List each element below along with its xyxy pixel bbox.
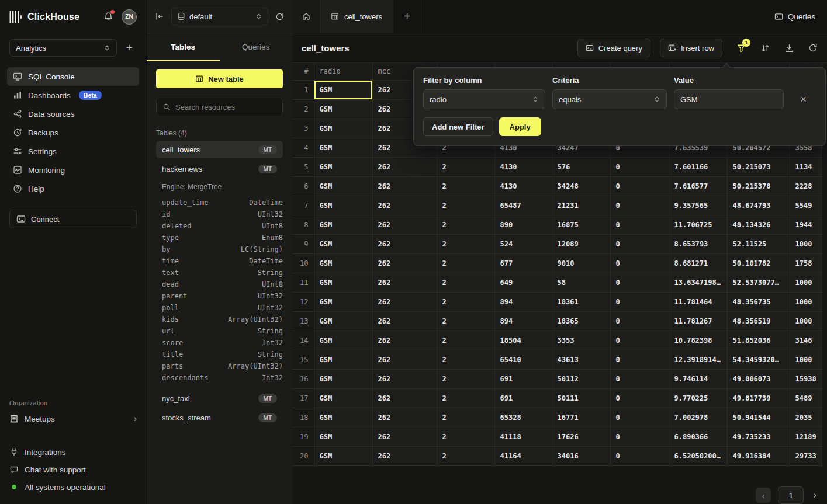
grid-cell[interactable]: 18365	[552, 311, 610, 331]
notifications-bell-icon[interactable]	[103, 12, 113, 22]
grid-cell[interactable]: GSM	[314, 138, 372, 157]
create-query-button[interactable]: Create query	[577, 39, 650, 57]
collapse-panel-icon[interactable]	[155, 12, 164, 21]
download-button[interactable]	[784, 43, 794, 53]
grid-cell[interactable]: 48.356735	[727, 292, 790, 311]
search-resources-input[interactable]	[175, 103, 278, 112]
grid-cell[interactable]: 262	[372, 427, 437, 446]
grid-cell[interactable]: 691	[494, 388, 552, 408]
grid-cell[interactable]: 65487	[494, 196, 552, 215]
grid-cell[interactable]: 12.3918914…	[669, 350, 727, 369]
grid-cell[interactable]: 51.852036	[727, 331, 790, 350]
grid-cell[interactable]: 65328	[494, 408, 552, 427]
grid-cell[interactable]: GSM	[314, 427, 372, 446]
grid-cell[interactable]: GSM	[314, 350, 372, 369]
queries-button[interactable]: Queries	[774, 12, 815, 21]
filter-value-input[interactable]	[680, 95, 777, 104]
grid-cell[interactable]: 524	[494, 234, 552, 253]
grid-cell[interactable]: 2	[437, 408, 494, 427]
grid-cell[interactable]: GSM	[314, 369, 372, 388]
filter-button[interactable]: 1	[736, 43, 746, 53]
grid-cell[interactable]: 0	[610, 350, 669, 369]
refresh-grid-button[interactable]	[808, 43, 818, 53]
next-page-button[interactable]: ›	[811, 489, 819, 501]
grid-cell[interactable]: 1758	[790, 253, 822, 273]
grid-cell[interactable]: 262	[372, 311, 437, 331]
grid-cell[interactable]: GSM	[314, 99, 372, 119]
sort-button[interactable]	[760, 43, 770, 53]
grid-cell[interactable]: 2	[437, 292, 494, 311]
apply-filter-button[interactable]: Apply	[499, 117, 541, 136]
grid-cell[interactable]: 0	[610, 311, 669, 331]
grid-cell[interactable]: 2	[437, 311, 494, 331]
grid-cell[interactable]: GSM	[314, 292, 372, 311]
grid-cell[interactable]: 13.6347198…	[669, 273, 727, 292]
grid-cell[interactable]: 262	[372, 408, 437, 427]
refresh-tables-icon[interactable]	[275, 12, 284, 21]
grid-cell[interactable]: 2228	[790, 176, 822, 196]
grid-cell[interactable]: GSM	[314, 157, 372, 176]
grid-cell[interactable]: 2	[437, 215, 494, 234]
grid-cell[interactable]: 50111	[552, 388, 610, 408]
database-selector[interactable]: default	[171, 8, 268, 25]
grid-cell[interactable]: 3353	[552, 331, 610, 350]
grid-cell[interactable]: 1000	[790, 273, 822, 292]
connect-button[interactable]: Connect	[9, 210, 137, 228]
grid-cell[interactable]: 0	[610, 427, 669, 446]
org-item-meetups[interactable]: Meetups›	[9, 409, 137, 428]
grid-cell[interactable]: 2	[437, 446, 494, 465]
grid-cell[interactable]: 1134	[790, 157, 822, 176]
grid-cell[interactable]: 65410	[494, 350, 552, 369]
grid-cell[interactable]: 894	[494, 292, 552, 311]
grid-cell[interactable]: 890	[494, 215, 552, 234]
grid-cell[interactable]: 10.782398	[669, 331, 727, 350]
grid-cell[interactable]: 7.601166	[669, 157, 727, 176]
grid-cell[interactable]: 49.806073	[727, 369, 790, 388]
grid-cell[interactable]: 7.002978	[669, 408, 727, 427]
grid-cell[interactable]: 262	[372, 196, 437, 215]
grid-cell[interactable]: 1000	[790, 311, 822, 331]
grid-cell[interactable]: 1000	[790, 350, 822, 369]
filter-column-select[interactable]: radio	[423, 89, 545, 109]
grid-cell[interactable]: 2035	[790, 408, 822, 427]
grid-cell[interactable]: 6.890366	[669, 427, 727, 446]
column-header[interactable]: radio	[314, 63, 372, 80]
grid-cell[interactable]: 11.781267	[669, 311, 727, 331]
grid-cell[interactable]: 2	[437, 196, 494, 215]
grid-cell[interactable]: 58	[552, 273, 610, 292]
grid-cell[interactable]: 2	[437, 253, 494, 273]
grid-cell[interactable]: 262	[372, 369, 437, 388]
grid-cell[interactable]: 52.5373077…	[727, 273, 790, 292]
filter-criteria-select[interactable]: equals	[552, 89, 667, 109]
grid-cell[interactable]: 21231	[552, 196, 610, 215]
grid-cell[interactable]: 262	[372, 388, 437, 408]
grid-cell[interactable]: 1944	[790, 215, 822, 234]
grid-cell[interactable]: 2	[437, 176, 494, 196]
footer-item-integrations[interactable]: Integrations	[9, 443, 137, 461]
grid-cell[interactable]: 0	[610, 157, 669, 176]
grid-cell[interactable]: GSM	[314, 388, 372, 408]
table-item-cell_towers[interactable]: cell_towersMT	[156, 141, 283, 158]
grid-cell[interactable]: 2	[437, 331, 494, 350]
grid-cell[interactable]: 0	[610, 292, 669, 311]
grid-cell[interactable]: 11.781464	[669, 292, 727, 311]
grid-cell[interactable]: GSM	[314, 196, 372, 215]
grid-cell[interactable]: 34248	[552, 176, 610, 196]
grid-cell[interactable]: 4130	[494, 176, 552, 196]
grid-cell[interactable]: 262	[372, 273, 437, 292]
home-tab[interactable]	[292, 0, 320, 33]
grid-cell[interactable]: GSM	[314, 234, 372, 253]
sidebar-item-dashboards[interactable]: DashboardsBeta	[7, 86, 139, 105]
grid-cell[interactable]: 6.52050200…	[669, 446, 727, 465]
footer-item-system-status[interactable]: All systems operational	[9, 478, 137, 496]
grid-cell[interactable]: 262	[372, 176, 437, 196]
close-filter-icon[interactable]: ×	[800, 94, 807, 105]
grid-cell[interactable]: 5489	[790, 388, 822, 408]
grid-cell[interactable]: 41118	[494, 427, 552, 446]
grid-cell[interactable]: 0	[610, 446, 669, 465]
grid-cell[interactable]: 50.101782	[727, 253, 790, 273]
grid-cell[interactable]: 0	[610, 176, 669, 196]
grid-cell[interactable]: 9.357565	[669, 196, 727, 215]
grid-cell[interactable]: 18361	[552, 292, 610, 311]
grid-cell[interactable]: 2	[437, 157, 494, 176]
